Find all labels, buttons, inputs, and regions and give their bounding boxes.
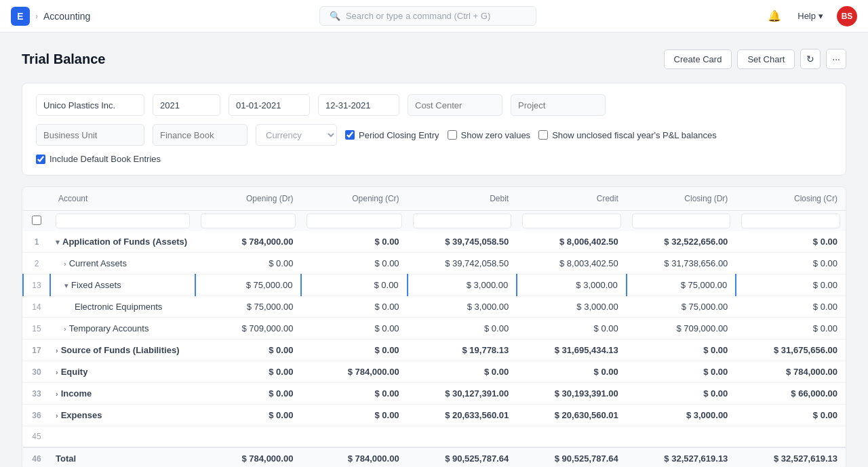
debit-cell: $ 0.00 [408, 318, 517, 340]
page: Trial Balance Create Card Set Chart ↻ ··… [0, 33, 868, 467]
closing-cr-cell [736, 426, 846, 448]
notifications-button[interactable]: 🔔 [765, 7, 784, 25]
page-title: Trial Balance [22, 52, 105, 67]
closing-dr-cell: $ 3,000.00 [627, 405, 736, 426]
opening-cr-cell: $ 0.00 [301, 253, 407, 275]
debit-cell: $ 3,000.00 [408, 296, 517, 318]
expand-icon: › [56, 411, 58, 420]
table-row[interactable]: 1 ▾Application of Funds (Assets) $ 784,0… [23, 231, 846, 253]
filter-debit-input[interactable] [413, 214, 512, 228]
row-num: 17 [23, 340, 50, 361]
filter-closing-cr-input[interactable] [741, 214, 840, 228]
finance-book-input[interactable] [153, 124, 248, 146]
create-card-button[interactable]: Create Card [664, 49, 732, 69]
credit-cell: $ 8,003,402.50 [517, 253, 627, 275]
opening-dr-cell: $ 75,000.00 [195, 275, 301, 296]
filter-credit-input[interactable] [522, 214, 621, 228]
filter-opening-dr-input[interactable] [201, 214, 296, 228]
opening-dr-cell: $ 784,000.00 [195, 231, 301, 253]
account-cell[interactable]: ›Source of Funds (Liabilities) [50, 340, 195, 361]
more-options-button[interactable]: ··· [826, 49, 846, 69]
credit-cell: $ 3,000.00 [517, 296, 627, 318]
table-row[interactable]: 2 ›Current Assets $ 0.00 $ 0.00 $ 39,742… [23, 253, 846, 275]
row-num: 46 [23, 447, 50, 467]
closing-cr-cell: $ 0.00 [736, 405, 846, 426]
from-date-input[interactable] [229, 94, 310, 116]
period-closing-checkbox[interactable] [345, 130, 355, 140]
filter-cell-debit [408, 211, 517, 232]
include-default-checkbox[interactable] [36, 155, 45, 164]
col-credit: Credit [517, 187, 627, 211]
table-row[interactable]: 17 ›Source of Funds (Liabilities) $ 0.00… [23, 340, 846, 361]
closing-dr-cell: $ 709,000.00 [627, 318, 736, 340]
opening-cr-cell: $ 784,000.00 [301, 447, 407, 467]
debit-cell: $ 19,778.13 [408, 340, 517, 361]
closing-cr-cell: $ 31,675,656.00 [736, 340, 846, 361]
filter-account-input[interactable] [56, 214, 190, 228]
account-cell[interactable]: ▾Application of Funds (Assets) [50, 231, 195, 253]
opening-dr-cell [195, 426, 301, 448]
table-row[interactable]: 30 ›Equity $ 0.00 $ 784,000.00 $ 0.00 $ … [23, 361, 846, 383]
filter-row-1 [36, 94, 832, 116]
account-cell[interactable]: ›Current Assets [50, 253, 195, 275]
set-chart-button[interactable]: Set Chart [737, 49, 795, 69]
opening-cr-cell: $ 0.00 [301, 296, 407, 318]
cost-center-input[interactable] [408, 94, 502, 116]
table-row[interactable]: 46 Total $ 784,000.00 $ 784,000.00 $ 90,… [23, 447, 846, 467]
table-row[interactable]: 33 ›Income $ 0.00 $ 0.00 $ 30,127,391.00… [23, 383, 846, 405]
opening-cr-cell: $ 0.00 [301, 383, 407, 405]
include-default-label[interactable]: Include Default Book Entries [36, 154, 161, 164]
select-all-checkbox[interactable] [28, 216, 45, 225]
expand-icon: ▾ [56, 238, 60, 247]
help-button[interactable]: Help ▾ [792, 8, 829, 24]
search-icon: 🔍 [330, 11, 340, 21]
currency-select[interactable]: Currency [256, 124, 337, 146]
filter-cell-opening-cr [301, 211, 407, 232]
table-row[interactable]: 13 ▾Fixed Assets $ 75,000.00 $ 0.00 $ 3,… [23, 275, 846, 296]
table-row[interactable]: 36 ›Expenses $ 0.00 $ 0.00 $ 20,633,560.… [23, 405, 846, 426]
table-row[interactable]: 45 [23, 426, 846, 448]
filter-opening-cr-input[interactable] [307, 214, 401, 228]
closing-cr-cell: $ 784,000.00 [736, 361, 846, 383]
filter-closing-dr-input[interactable] [632, 214, 731, 228]
opening-dr-cell: $ 0.00 [195, 405, 301, 426]
unclosed-fiscal-label[interactable]: Show unclosed fiscal year's P&L balances [538, 130, 717, 140]
account-cell[interactable]: ›Temporary Accounts [50, 318, 195, 340]
unclosed-fiscal-checkbox[interactable] [538, 130, 548, 140]
account-cell[interactable]: ›Expenses [50, 405, 195, 426]
period-closing-text: Period Closing Entry [359, 130, 439, 140]
expand-icon: › [64, 325, 66, 333]
account-cell[interactable]: ▾Fixed Assets [50, 275, 195, 296]
search-bar[interactable]: 🔍 Search or type a command (Ctrl + G) [319, 6, 536, 26]
show-zero-label[interactable]: Show zero values [448, 130, 531, 140]
show-zero-checkbox[interactable] [448, 130, 457, 140]
company-input[interactable] [36, 94, 144, 116]
credit-cell [517, 426, 627, 448]
col-closing-cr: Closing (Cr) [736, 187, 846, 211]
account-cell[interactable]: Total [50, 447, 195, 467]
closing-dr-cell: $ 0.00 [627, 383, 736, 405]
account-cell[interactable]: ›Equity [50, 361, 195, 383]
closing-cr-cell: $ 0.00 [736, 318, 846, 340]
business-unit-input[interactable] [36, 124, 144, 146]
refresh-button[interactable]: ↻ [800, 49, 821, 69]
row-num: 13 [23, 275, 50, 296]
opening-dr-cell: $ 0.00 [195, 340, 301, 361]
help-label: Help [797, 11, 816, 21]
table-row[interactable]: 15 ›Temporary Accounts $ 709,000.00 $ 0.… [23, 318, 846, 340]
debit-cell [408, 426, 517, 448]
row-num: 15 [23, 318, 50, 340]
period-closing-label[interactable]: Period Closing Entry [345, 130, 439, 140]
table-row[interactable]: 14 Electronic Equipments $ 75,000.00 $ 0… [23, 296, 846, 318]
account-cell[interactable] [50, 426, 195, 448]
project-input[interactable] [511, 94, 606, 116]
account-cell[interactable]: Electronic Equipments [50, 296, 195, 318]
account-cell[interactable]: ›Income [50, 383, 195, 405]
col-account: Account [50, 187, 195, 211]
expand-icon: › [56, 346, 58, 354]
debit-cell: $ 39,745,058.50 [408, 231, 517, 253]
year-input[interactable] [153, 94, 220, 116]
opening-dr-cell: $ 0.00 [195, 361, 301, 383]
col-closing-dr: Closing (Dr) [627, 187, 736, 211]
to-date-input[interactable] [318, 94, 399, 116]
